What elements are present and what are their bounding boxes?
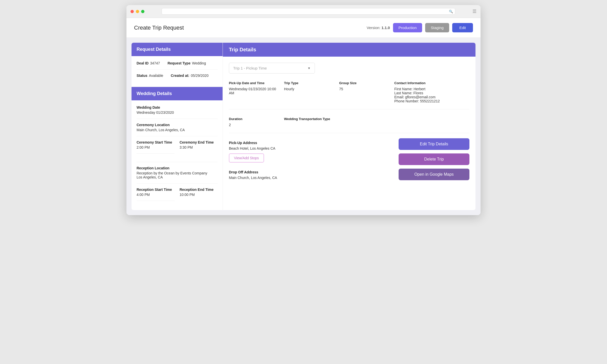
status-item: Status Available: [137, 74, 163, 78]
trip-type-value: Hourly: [284, 87, 334, 91]
contact-phone: Phone Number: 5552221212: [394, 99, 469, 103]
edit-trip-details-button[interactable]: Edit Trip Details: [399, 138, 469, 150]
trip-info-grid: Pick-Up Date and Time Wednesday 01/23/20…: [229, 81, 469, 109]
trip-body: Trip 1 - Pickup Time ▼ Pick-Up Date and …: [223, 57, 475, 186]
request-details-header: Request Details: [132, 43, 223, 56]
left-panel: Request Details Deal ID 34747 Request Ty…: [132, 43, 223, 210]
contact-info-item: Contact Information First Name: Herbert …: [394, 81, 469, 103]
group-size-item: Group Size 75: [339, 81, 389, 103]
production-button[interactable]: Production: [393, 23, 422, 32]
right-panel: Trip Details Trip 1 - Pickup Time ▼ Pick…: [223, 43, 475, 210]
contact-info-label: Contact Information: [394, 81, 469, 85]
duration-value: 2: [229, 123, 279, 127]
pickup-address-label: Pick-Up Address: [229, 141, 391, 145]
wedding-date-field: Wedding Date Wednesday 01/23/2020: [137, 105, 218, 119]
url-bar[interactable]: 🔍: [162, 8, 455, 15]
wedding-date-label: Wedding Date: [137, 105, 218, 109]
dropoff-address-value: Main Church, Los Angeles, CA: [229, 176, 391, 180]
page-title: Create Trip Request: [134, 25, 184, 31]
request-type-item: Request Type Wedding: [167, 61, 206, 65]
pickup-address-block: Pick-Up Address Beach Hotel, Los Angeles…: [229, 141, 391, 163]
group-size-value: 75: [339, 87, 389, 91]
version-text: Version: 1.1.0: [367, 26, 390, 30]
staging-button[interactable]: Staging: [425, 23, 449, 32]
request-details-body: Deal ID 34747 Request Type Wedding Statu…: [132, 56, 223, 87]
trip-pickup-dropdown[interactable]: Trip 1 - Pickup Time ▼: [229, 63, 315, 74]
deal-id-value: 34747: [150, 61, 160, 65]
reception-start-value: 4:00 PM: [137, 193, 175, 197]
search-icon: 🔍: [449, 10, 453, 13]
status-value: Available: [149, 74, 163, 78]
ceremony-start-label: Ceremony Start Time: [137, 140, 175, 144]
ceremony-times-row: Ceremony Start Time 2:00 PM Ceremony End…: [137, 140, 218, 162]
app-header: Create Trip Request Version: 1.1.0 Produ…: [126, 18, 481, 38]
status-label: Status: [137, 74, 147, 78]
ceremony-location-field: Ceremony Location Main Church, Los Angel…: [137, 123, 218, 136]
ceremony-end-field: Ceremony End Time 3:30 PM: [180, 140, 218, 158]
reception-location-label: Reception Location: [137, 166, 218, 170]
menu-icon[interactable]: ☰: [472, 9, 476, 14]
ceremony-end-label: Ceremony End Time: [180, 140, 218, 144]
ceremony-location-label: Ceremony Location: [137, 123, 218, 127]
created-at-value: 05/29/2020: [191, 74, 209, 78]
group-size-label: Group Size: [339, 81, 389, 85]
request-type-label: Request Type: [167, 61, 190, 65]
ceremony-start-value: 2:00 PM: [137, 145, 175, 149]
reception-times-row: Reception Start Time 4:00 PM Reception E…: [137, 188, 218, 205]
minimize-button[interactable]: [136, 10, 139, 13]
trip-dropdown-label: Trip 1 - Pickup Time: [233, 66, 267, 70]
deal-id-item: Deal ID 34747: [137, 61, 160, 65]
reception-end-field: Reception End Time 10:00 PM: [180, 188, 218, 205]
wedding-details-body: Wedding Date Wednesday 01/23/2020 Ceremo…: [132, 100, 223, 210]
edit-header-button[interactable]: Edit: [452, 23, 473, 32]
delete-trip-button[interactable]: Delete Trip: [399, 153, 469, 165]
duration-item: Duration 2: [229, 117, 279, 127]
dropoff-address-label: Drop Off Address: [229, 170, 391, 174]
title-bar: 🔍 ☰: [126, 5, 481, 18]
status-created-row: Status Available Created at: 05/29/2020: [137, 74, 218, 82]
ceremony-end-value: 3:30 PM: [180, 145, 218, 149]
duration-label: Duration: [229, 117, 279, 121]
duration-row: Duration 2 Wedding Transportation Type: [229, 117, 469, 133]
view-add-stops-button[interactable]: View/Add Stops: [229, 153, 264, 163]
contact-first-name: First Name: Herbert: [394, 87, 469, 91]
created-at-label: Created at:: [171, 74, 189, 78]
reception-end-label: Reception End Time: [180, 188, 218, 192]
header-controls: Version: 1.1.0 Production Staging Edit: [367, 23, 473, 32]
chevron-down-icon: ▼: [308, 66, 311, 70]
request-details-section: Request Details Deal ID 34747 Request Ty…: [132, 43, 223, 87]
wedding-transport-item: Wedding Transportation Type: [284, 117, 334, 127]
pickup-date-label: Pick-Up Date and Time: [229, 81, 279, 85]
action-buttons: Edit Trip Details Delete Trip Open in Go…: [399, 138, 469, 180]
trip-type-label: Trip Type: [284, 81, 334, 85]
address-actions-row: Pick-Up Address Beach Hotel, Los Angeles…: [229, 141, 469, 180]
reception-end-value: 10:00 PM: [180, 193, 218, 197]
wedding-details-section: Wedding Details Wedding Date Wednesday 0…: [132, 87, 223, 210]
reception-start-label: Reception Start Time: [137, 188, 175, 192]
dropoff-address-block: Drop Off Address Main Church, Los Angele…: [229, 170, 391, 180]
close-button[interactable]: [131, 10, 134, 13]
reception-location-value: Reception by the Ocean by Events Company…: [137, 171, 218, 179]
trip-details-header: Trip Details: [223, 43, 475, 57]
wedding-date-value: Wednesday 01/23/2020: [137, 110, 218, 115]
ceremony-start-field: Ceremony Start Time 2:00 PM: [137, 140, 175, 154]
wedding-details-header: Wedding Details: [132, 87, 223, 100]
pickup-date-value: Wednesday 01/23/2020 10:00 AM: [229, 87, 279, 95]
reception-location-field: Reception Location Reception by the Ocea…: [137, 166, 218, 184]
addresses-block: Pick-Up Address Beach Hotel, Los Angeles…: [229, 141, 391, 180]
wedding-transport-label: Wedding Transportation Type: [284, 117, 334, 121]
main-content: Request Details Deal ID 34747 Request Ty…: [126, 38, 481, 215]
open-google-maps-button[interactable]: Open in Google Maps: [399, 169, 469, 180]
maximize-button[interactable]: [141, 10, 144, 13]
pickup-address-value: Beach Hotel, Los Angeles CA: [229, 146, 391, 150]
request-type-value: Wedding: [192, 61, 206, 65]
ceremony-location-value: Main Church, Los Angeles, CA: [137, 128, 218, 132]
contact-last-name: Last Name: Flores: [394, 91, 469, 95]
contact-email: Email: gflores@email.com: [394, 95, 469, 99]
deal-id-label: Deal ID: [137, 61, 148, 65]
deal-request-row: Deal ID 34747 Request Type Wedding: [137, 61, 218, 70]
created-at-item: Created at: 05/29/2020: [171, 74, 208, 78]
pickup-date-item: Pick-Up Date and Time Wednesday 01/23/20…: [229, 81, 279, 103]
reception-start-field: Reception Start Time 4:00 PM: [137, 188, 175, 201]
app-window: 🔍 ☰ Create Trip Request Version: 1.1.0 P…: [126, 5, 481, 215]
